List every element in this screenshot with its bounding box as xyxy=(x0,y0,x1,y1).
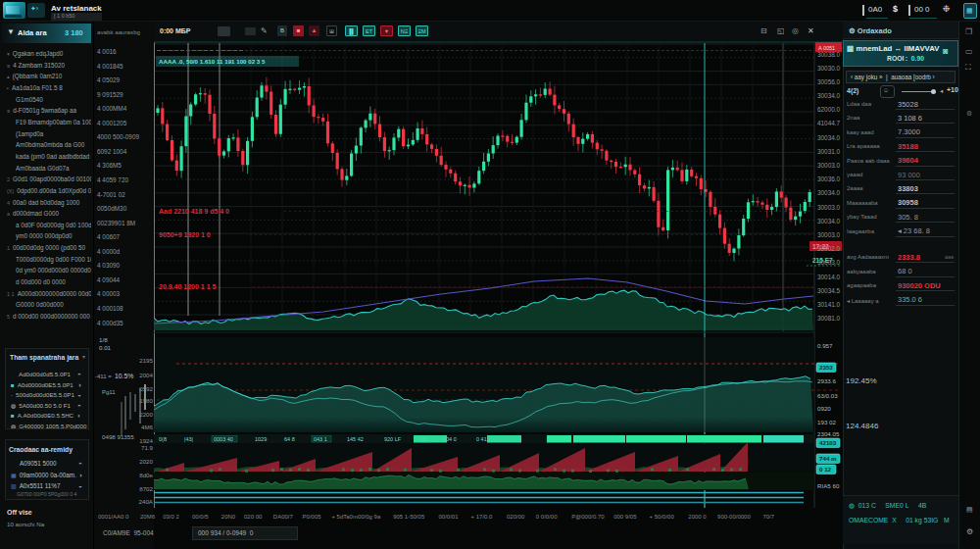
svg-text:2933.6: 2933.6 xyxy=(817,377,836,384)
svg-text:30003.0: 30003.0 xyxy=(817,162,841,169)
svg-text:30030.0: 30030.0 xyxy=(817,65,841,72)
svg-text:Aad 2210 418 9 d5 4 0: Aad 2210 418 9 d5 4 0 xyxy=(159,208,229,215)
svg-text:64 8: 64 8 xyxy=(284,436,295,442)
svg-text:A 0051: A 0051 xyxy=(818,45,835,51)
svg-text:30034.5: 30034.5 xyxy=(817,287,841,294)
svg-text:30038.0: 30038.0 xyxy=(817,51,841,58)
svg-text:Pɡ11: Pɡ11 xyxy=(102,389,116,395)
svg-text:2353: 2353 xyxy=(819,364,833,371)
svg-text:30002.0: 30002.0 xyxy=(817,245,841,252)
svg-text:30014.0: 30014.0 xyxy=(817,274,841,280)
svg-text:30034.0: 30034.0 xyxy=(817,189,841,196)
svg-text:30003.0: 30003.0 xyxy=(817,259,841,266)
svg-text:0920: 0920 xyxy=(817,405,831,412)
svg-text:0.957: 0.957 xyxy=(817,342,833,349)
svg-text:41044.7: 41044.7 xyxy=(817,120,841,126)
svg-text:0003 40: 0003 40 xyxy=(214,436,233,442)
svg-text:30031.0: 30031.0 xyxy=(817,148,841,155)
svg-text:0(8: 0(8 xyxy=(159,436,167,442)
svg-text:920 LF: 920 LF xyxy=(384,436,402,442)
svg-text:30003.0: 30003.0 xyxy=(817,204,841,211)
svg-text:0 41: 0 41 xyxy=(476,436,487,442)
svg-text:30036.0: 30036.0 xyxy=(817,175,841,182)
svg-text:30034.0: 30034.0 xyxy=(817,218,841,225)
svg-text:30034.0: 30034.0 xyxy=(817,92,841,99)
svg-text:9050+9 1920 1 0: 9050+9 1920 1 0 xyxy=(159,231,211,238)
svg-text:62000.0: 62000.0 xyxy=(817,106,841,113)
svg-text:193 02: 193 02 xyxy=(817,419,836,425)
svg-text:63/0.03: 63/0.03 xyxy=(817,392,838,399)
svg-text:|43|: |43| xyxy=(184,436,193,442)
svg-text:30141.0: 30141.0 xyxy=(817,301,841,308)
svg-text:0 12: 0 12 xyxy=(819,466,832,473)
svg-text:744 m: 744 m xyxy=(819,455,837,462)
svg-text:043 1: 043 1 xyxy=(314,436,327,442)
svg-text:AAAA .0, 50/0 1.610 11 191 100: AAAA .0, 50/0 1.610 11 191 100 02 3 5 xyxy=(159,58,266,65)
svg-text:20.9.40 1200 1 1 5: 20.9.40 1200 1 1 5 xyxy=(159,283,216,290)
svg-text:RIA5 60: RIA5 60 xyxy=(817,482,840,489)
svg-text:30034.0: 30034.0 xyxy=(817,134,841,141)
svg-text:30056.0: 30056.0 xyxy=(817,78,841,85)
svg-text:30081.0: 30081.0 xyxy=(817,315,841,322)
svg-text:2304.05: 2304.05 xyxy=(817,430,840,437)
svg-text:30003.0: 30003.0 xyxy=(817,231,841,238)
svg-text:1029: 1029 xyxy=(255,436,267,442)
svg-text:145 42: 145 42 xyxy=(347,436,364,442)
svg-text:42103: 42103 xyxy=(819,439,837,446)
